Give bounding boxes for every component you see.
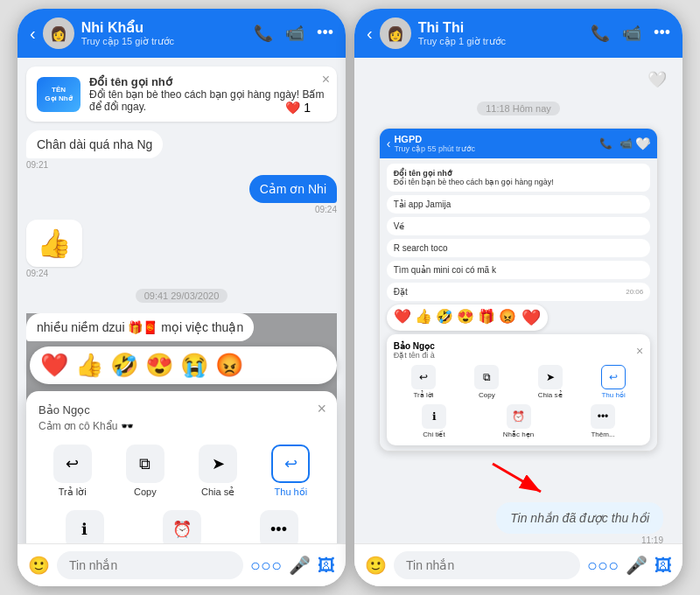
inset-copy-label: Copy bbox=[479, 391, 495, 399]
retracted-text: Tin nhắn đã được thu hồi bbox=[510, 511, 649, 525]
inset-msg-1: Tải app Jamija bbox=[387, 195, 651, 214]
reaction-laugh[interactable]: 🤣 bbox=[110, 352, 138, 379]
call-icon[interactable]: 📞 bbox=[591, 24, 610, 43]
message-incoming-1: Chân dài quá nha Ng 09:21 bbox=[26, 130, 337, 170]
message-input[interactable] bbox=[57, 551, 243, 579]
date-divider: 09:41 29/03/2020 bbox=[26, 284, 337, 308]
left-chat-header: ‹ 👩 Nhi Khẩu Truy cập 15 giờ trước 📞 📹 •… bbox=[18, 9, 346, 58]
inset-msg-2: Về bbox=[387, 217, 651, 235]
inset-reply-label: Trả lời bbox=[413, 391, 433, 399]
ctx-retract-button[interactable]: ↩ Thu hồi bbox=[257, 444, 325, 498]
left-phone: ‹ 👩 Nhi Khẩu Truy cập 15 giờ trước 📞 📹 •… bbox=[18, 9, 346, 586]
msg-time: 09:24 bbox=[26, 269, 48, 278]
date-divider: 11:18 Hôm nay bbox=[363, 96, 674, 121]
image-icon[interactable]: 🖼 bbox=[318, 556, 335, 576]
call-icon[interactable]: 📞 bbox=[254, 24, 273, 43]
msg-time: 09:24 bbox=[315, 205, 337, 214]
remind-icon: ⏰ bbox=[163, 510, 201, 543]
inset-context-menu: Bảo Ngọc Đặt tên đi à × ↩ Trả lời ⧉ Copy bbox=[387, 334, 651, 445]
contact-name: Thi Thi bbox=[418, 20, 584, 36]
reaction-thumbs[interactable]: 👍 bbox=[75, 352, 103, 379]
more-dots[interactable]: ○○○ bbox=[587, 556, 619, 576]
heart-area: 🤍 bbox=[363, 66, 674, 93]
left-chat-input-bar: 🙂 ○○○ 🎤 🖼 bbox=[18, 543, 346, 586]
message-input[interactable] bbox=[394, 551, 580, 579]
inset-context-subtitle: Đặt tên đi à bbox=[394, 351, 435, 360]
copy-label: Copy bbox=[134, 486, 157, 497]
inset-context-header: Bảo Ngọc Đặt tên đi à × bbox=[394, 341, 644, 360]
inset-detail-btn: ℹ Chi tiết bbox=[394, 404, 475, 438]
copy-icon: ⧉ bbox=[126, 444, 164, 483]
header-actions: 📞 📹 ••• bbox=[591, 24, 670, 43]
reaction-heart[interactable]: ❤️ bbox=[40, 352, 68, 379]
reaction-love[interactable]: 😍 bbox=[145, 352, 173, 379]
inset-header-name: HGPD bbox=[394, 134, 475, 144]
emoji-button[interactable]: 🙂 bbox=[365, 555, 387, 576]
ctx-share-button[interactable]: ➤ Chia sẻ bbox=[185, 444, 252, 498]
image-icon[interactable]: 🖼 bbox=[654, 556, 672, 576]
right-chat-input-bar: 🙂 ○○○ 🎤 🖼 bbox=[354, 543, 682, 586]
highlighted-message: nhiều niềm dzui 🎁🧧 mọi việc thuận bbox=[26, 313, 337, 341]
inset-context-title: Bảo Ngọc bbox=[394, 341, 435, 351]
reaction-angry[interactable]: 😡 bbox=[215, 352, 243, 379]
notification-banner: TÊNGọi Nhớ Đổi tên gọi nhớ Đổi tên bạn b… bbox=[26, 66, 337, 122]
header-info: Nhi Khẩu Truy cập 15 giờ trước bbox=[81, 19, 247, 47]
inset-reply-icon: ↩ bbox=[411, 365, 436, 389]
detail-icon: ℹ bbox=[66, 510, 104, 543]
bubble-text: Chân dài quá nha Ng bbox=[26, 130, 163, 158]
red-arrow-area bbox=[363, 455, 674, 499]
back-button[interactable]: ‹ bbox=[367, 24, 373, 44]
video-icon[interactable]: 📹 bbox=[285, 24, 304, 43]
inset-secondary: ℹ Chi tiết ⏰ Nhắc hẹn ••• Thêm... bbox=[394, 404, 644, 438]
more-icon[interactable]: ••• bbox=[317, 24, 333, 43]
ctx-copy-button[interactable]: ⧉ Copy bbox=[111, 444, 178, 498]
inset-msg-4: Tìm quản mini coi có mã k bbox=[387, 261, 651, 279]
inset-close-icon: × bbox=[636, 344, 643, 358]
retract-icon: ↩ bbox=[271, 444, 310, 483]
reaction-cry[interactable]: 😭 bbox=[180, 352, 208, 379]
context-menu-subtitle: Cảm ơn cô Khẩu 🕶️ bbox=[38, 420, 325, 432]
inset-remind-btn: ⏰ Nhắc hẹn bbox=[478, 404, 559, 438]
ctx-remind-button[interactable]: ⏰ Nhắc hẹn bbox=[136, 510, 228, 543]
inset-back: ‹ bbox=[387, 136, 391, 150]
msg-time: 09:21 bbox=[26, 160, 48, 170]
mic-icon[interactable]: 🎤 bbox=[626, 555, 648, 576]
notif-title: Đổi tên gọi nhớ bbox=[89, 75, 326, 88]
inset-share-icon: ➤ bbox=[538, 365, 563, 389]
bubble-text: Cảm ơn Nhi bbox=[249, 175, 337, 203]
notif-close-button[interactable]: × bbox=[322, 72, 330, 88]
inset-copy-icon: ⧉ bbox=[474, 365, 499, 389]
inset-ctx-actions: ↩ Trả lời ⧉ Copy ➤ Chia sẻ ↩ bbox=[394, 365, 644, 399]
inset-retract-label: Thu hồi bbox=[601, 391, 625, 399]
inset-share-btn: ➤ Chia sẻ bbox=[521, 365, 580, 399]
context-close-button[interactable]: × bbox=[317, 400, 326, 418]
share-label: Chia sẻ bbox=[201, 486, 234, 498]
inset-call-icon: 📞 bbox=[599, 137, 612, 150]
contact-status: Truy cập 1 giờ trước bbox=[418, 36, 584, 47]
more-icon: ••• bbox=[260, 510, 298, 543]
video-icon[interactable]: 📹 bbox=[622, 24, 641, 43]
header-actions: 📞 📹 ••• bbox=[254, 24, 333, 43]
ctx-detail-button[interactable]: ℹ Chi tiết bbox=[38, 510, 130, 543]
bubble-text: nhiều niềm dzui 🎁🧧 mọi việc thuận bbox=[26, 313, 254, 341]
ctx-reply-button[interactable]: ↩ Trả lời bbox=[38, 444, 106, 498]
mic-icon[interactable]: 🎤 bbox=[289, 555, 311, 576]
context-actions: ↩ Trả lời ⧉ Copy ➤ Chia sẻ ↩ Thu hồi bbox=[38, 444, 325, 498]
mic-button[interactable]: ○○○ bbox=[250, 556, 282, 576]
inset-retract-btn: ↩ Thu hồi bbox=[584, 365, 643, 399]
ctx-more-button[interactable]: ••• Thêm... bbox=[233, 510, 325, 543]
notif-icon: TÊNGọi Nhớ bbox=[37, 77, 80, 112]
emoji-button[interactable]: 🙂 bbox=[28, 555, 50, 576]
more-icon[interactable]: ••• bbox=[654, 24, 670, 43]
inset-header: ‹ HGPD Truy cập 55 phút trước 📞 📹 ••• bbox=[380, 129, 658, 158]
inset-video-icon: 📹 bbox=[620, 137, 633, 150]
back-button[interactable]: ‹ bbox=[30, 24, 36, 44]
inset-header-status: Truy cập 55 phút trước bbox=[394, 144, 475, 153]
inset-screenshot: ‹ HGPD Truy cập 55 phút trước 📞 📹 ••• Đổ… bbox=[379, 128, 659, 452]
context-menu-title: Bảo Ngọc bbox=[38, 403, 325, 416]
right-chat-header: ‹ 👩 Thi Thi Truy cập 1 giờ trước 📞 📹 ••• bbox=[354, 9, 682, 58]
inset-msg-time: 20:06 bbox=[626, 288, 643, 296]
reaction-bar[interactable]: ❤️ 👍 🤣 😍 😭 😡 bbox=[30, 346, 337, 384]
heart-icon[interactable]: 🤍 bbox=[648, 70, 667, 89]
inset-heart: 🤍 bbox=[635, 136, 650, 151]
